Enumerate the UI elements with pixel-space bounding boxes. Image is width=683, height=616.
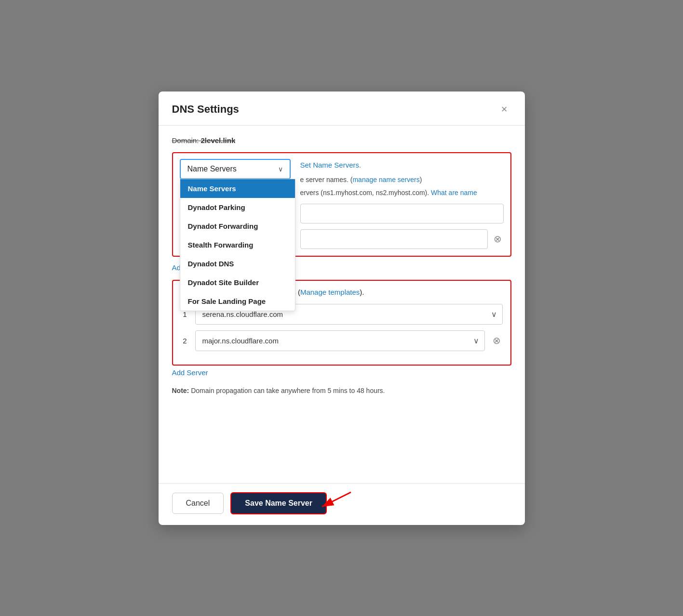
domain-name: 2level.link [201, 136, 236, 144]
ns-number-1: 1 [181, 310, 189, 318]
what-are-name-servers-link[interactable]: What are name [431, 189, 477, 197]
note-bold: Note: [172, 387, 189, 394]
set-nameservers-link[interactable]: Set Name Servers. [300, 161, 504, 169]
dropdown-selected-label: Name Servers [187, 165, 237, 173]
modal-body: Domain: 2level.link Name Servers ∨ Name … [159, 126, 525, 483]
cancel-button[interactable]: Cancel [172, 493, 224, 514]
save-name-server-button[interactable]: Save Name Server [230, 492, 327, 514]
domain-label: Domain: 2level.link [172, 136, 511, 144]
top-row: Name Servers ∨ Name Servers Dynadot Park… [180, 159, 504, 249]
manage-templates-link[interactable]: Manage templates [300, 288, 360, 296]
dropdown-item-dynadot-site-builder[interactable]: Dynadot Site Builder [180, 273, 295, 292]
close-button[interactable]: × [497, 102, 511, 117]
info-text-1: e server names. (manage name servers) [300, 175, 504, 185]
nameserver-input-1[interactable] [300, 204, 504, 223]
dns-type-dropdown-container: Name Servers ∨ Name Servers Dynadot Park… [180, 159, 291, 179]
ns-select-2[interactable]: major.ns.cloudflare.com [195, 330, 485, 351]
dropdown-item-dynadot-forwarding[interactable]: Dynadot Forwarding [180, 217, 295, 236]
modal-footer: Cancel Save Name Server [159, 483, 525, 525]
note-text: Note: Domain propagation can take anywhe… [172, 386, 511, 396]
modal-backdrop: DNS Settings × Domain: 2level.link Name … [0, 0, 683, 616]
manual-input-row-1 [300, 204, 504, 223]
right-content: Set Name Servers. e server names. (manag… [300, 159, 504, 249]
manual-input-row-2: ⊗ [300, 229, 504, 249]
dropdown-menu: Name Servers Dynadot Parking Dynadot For… [180, 179, 295, 311]
dropdown-item-name-servers[interactable]: Name Servers [180, 179, 295, 198]
dns-settings-modal: DNS Settings × Domain: 2level.link Name … [159, 92, 525, 525]
dropdown-item-dynadot-parking[interactable]: Dynadot Parking [180, 198, 295, 217]
manage-name-servers-link[interactable]: manage name servers [352, 176, 419, 183]
dns-type-dropdown[interactable]: Name Servers ∨ [180, 159, 291, 179]
info-text-2: ervers (ns1.myhost.com, ns2.myhost.com).… [300, 188, 504, 198]
chevron-down-icon: ∨ [278, 165, 283, 173]
remove-ns-2-button[interactable]: ⊗ [491, 333, 503, 348]
top-section: Name Servers ∨ Name Servers Dynadot Park… [172, 152, 511, 257]
ns-number-2: 2 [181, 337, 189, 345]
dropdown-item-for-sale[interactable]: For Sale Landing Page [180, 292, 295, 311]
ns-row-2: 2 major.ns.cloudflare.com ∨ ⊗ [181, 330, 503, 351]
add-server-link-2[interactable]: Add Server [172, 368, 208, 377]
remove-input-2-button[interactable]: ⊗ [492, 231, 504, 247]
ns-select-wrapper-2: major.ns.cloudflare.com ∨ [195, 330, 485, 351]
nameserver-input-2[interactable] [300, 229, 488, 249]
dropdown-item-stealth-forwarding[interactable]: Stealth Forwarding [180, 236, 295, 254]
modal-header: DNS Settings × [159, 92, 525, 126]
note-body: Domain propagation can take anywhere fro… [191, 387, 385, 394]
modal-title: DNS Settings [172, 103, 239, 116]
dropdown-item-dynadot-dns[interactable]: Dynadot DNS [180, 254, 295, 273]
